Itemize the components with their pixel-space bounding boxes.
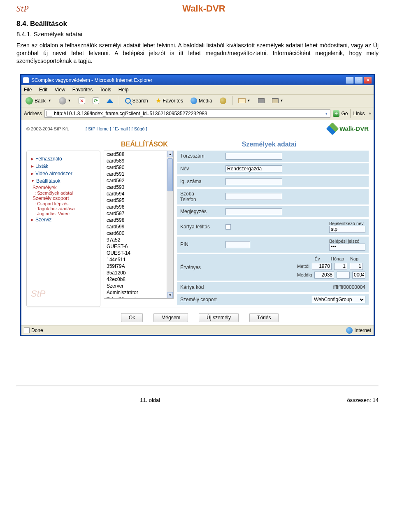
scrollbar[interactable]: ▲ ▼ [167,151,173,298]
sidebar-item[interactable]: ▶Listák [31,163,96,170]
cancel-button[interactable]: Mégsem [153,313,188,322]
go-button[interactable]: ➜Go [333,110,348,117]
list-item[interactable]: card593 [104,184,173,190]
footer-page: 11. oldal [140,397,160,403]
scroll-down-icon[interactable]: ▼ [167,292,173,298]
menu-view[interactable]: View [55,87,65,93]
menu-tools[interactable]: Tools [100,87,111,93]
list-item[interactable]: 144e511 [104,256,173,263]
sidebar-item[interactable]: ▶Videó alrendszer [31,170,96,177]
input-bejnev[interactable] [329,226,365,233]
chevron-right-icon[interactable]: » [367,111,371,116]
scroll-up-icon[interactable]: ▲ [167,151,173,157]
menu-file[interactable]: File [24,87,32,93]
label-ig: Ig. száma [180,179,225,184]
list-item[interactable]: card589 [104,158,173,164]
stop-button[interactable]: ✕ [77,97,87,105]
list-item[interactable]: card590 [104,164,173,171]
maximize-button[interactable]: □ [355,77,363,84]
input-mettol-y[interactable] [312,263,332,270]
input-meddig-y[interactable] [314,272,334,279]
zone-text: Internet [354,328,371,333]
arrow-icon: ▶ [31,164,34,168]
input-beljelszo[interactable] [329,244,365,251]
list-item[interactable]: card598 [104,217,173,223]
address-field[interactable]: http://10.1.3.139/index_frame.cgi?client… [44,109,330,118]
home-button[interactable] [105,98,115,103]
value-kartyakod: ffffffff00000004 [333,284,365,290]
list-item[interactable]: Szerver [104,283,173,289]
menu-help[interactable]: Help [118,87,129,93]
favorites-button[interactable]: ★Favorites [154,96,185,105]
menu-favorites[interactable]: Favorites [72,87,93,93]
input-meddig-m[interactable] [337,272,350,279]
list-item[interactable]: card599 [104,223,173,230]
sidebar-subitem[interactable]: :: Jog adás: Videó [31,211,96,216]
list-item[interactable]: Adminisztrátor [104,289,173,296]
list-item[interactable]: GUEST-14 [104,250,173,256]
list-item[interactable]: card594 [104,190,173,197]
input-meddig-d[interactable] [352,272,365,279]
back-icon [26,97,33,105]
arrow-down-icon: ▼ [31,179,35,183]
sidebar-subitem[interactable]: Személy csoport [31,195,96,201]
delete-button[interactable]: Törlés [249,313,279,322]
list-item[interactable]: card588 [104,151,173,158]
input-megj[interactable] [225,208,282,215]
label-ev: Év [307,256,328,261]
sidebar-subitem[interactable]: :: Csoport képzés [31,201,96,206]
search-button[interactable]: Search [123,98,150,104]
menu-edit[interactable]: Edit [39,87,48,93]
sidebar-subitem[interactable]: :: Személyek adatai [31,190,96,195]
forward-button[interactable]: ▼ [57,97,73,105]
refresh-button[interactable]: ⟳ [91,97,101,105]
list-item[interactable]: GUEST-6 [104,243,173,250]
mail-button[interactable]: ▼ [237,98,252,104]
input-nev[interactable] [225,165,282,172]
media-button[interactable]: Media [189,97,214,105]
list-item[interactable]: card600 [104,230,173,237]
edit-toolbar-button[interactable]: ▼ [270,98,285,104]
list-item[interactable]: card597 [104,210,173,217]
print-button[interactable] [256,98,266,104]
input-ig[interactable] [225,178,282,185]
checkbox-kartya-letilt[interactable] [225,224,231,230]
list-item[interactable]: 359f79A [104,263,173,269]
list-item[interactable]: 42ec0b8 [104,276,173,283]
select-szemelycsoport[interactable]: WebConfigGroup [312,296,365,303]
label-beljelszo: Belépési jelszó [329,239,365,244]
input-mettol-m[interactable] [334,263,347,270]
close-button[interactable]: ✕ [364,77,372,84]
sidebar-item[interactable]: ▶Szerviz [31,216,96,223]
list-item[interactable]: 35a120b [104,269,173,276]
list-item[interactable]: card595 [104,197,173,204]
sidebar-item-open[interactable]: ▼Beállítások [31,177,96,185]
sidebar-subitem[interactable]: :: Tagok hozzáadása [31,206,96,211]
label-nap: Nap [347,256,361,261]
sidebar-item[interactable]: ▶Felhasználó [31,155,96,163]
mail-icon [238,98,246,103]
input-pin[interactable] [225,241,250,248]
minimize-button[interactable]: _ [346,77,354,84]
input-szoba[interactable] [225,193,282,200]
copyright-text: © 2002-2004 StP Kft. [26,126,69,131]
links-label[interactable]: Links [353,111,365,116]
label-nev: Név [180,166,225,172]
list-item[interactable]: card592 [104,177,173,184]
list-item[interactable]: card591 [104,171,173,177]
list-item[interactable]: 97a52 [104,237,173,243]
input-torzsszam[interactable] [225,153,282,160]
history-button[interactable] [218,97,228,105]
back-button[interactable]: Back▼ [24,97,53,105]
label-kartya-letilt: Kártya letiltás [180,224,225,230]
sidebar-subitem[interactable]: Személyek [31,185,96,190]
input-mettol-d[interactable] [350,263,363,270]
scroll-thumb[interactable] [167,158,173,191]
list-item[interactable]: card596 [104,204,173,210]
header-links[interactable]: [ StP Home ] [ E-mail ] [ Súgó ] [86,126,147,131]
person-listbox[interactable]: card588card589card590card591card592card5… [104,151,174,299]
dropdown-icon[interactable]: ▾ [325,112,328,116]
new-person-button[interactable]: Új személy [199,313,239,322]
list-item[interactable]: Telepítő service [104,296,173,299]
ok-button[interactable]: Ok [121,313,143,322]
